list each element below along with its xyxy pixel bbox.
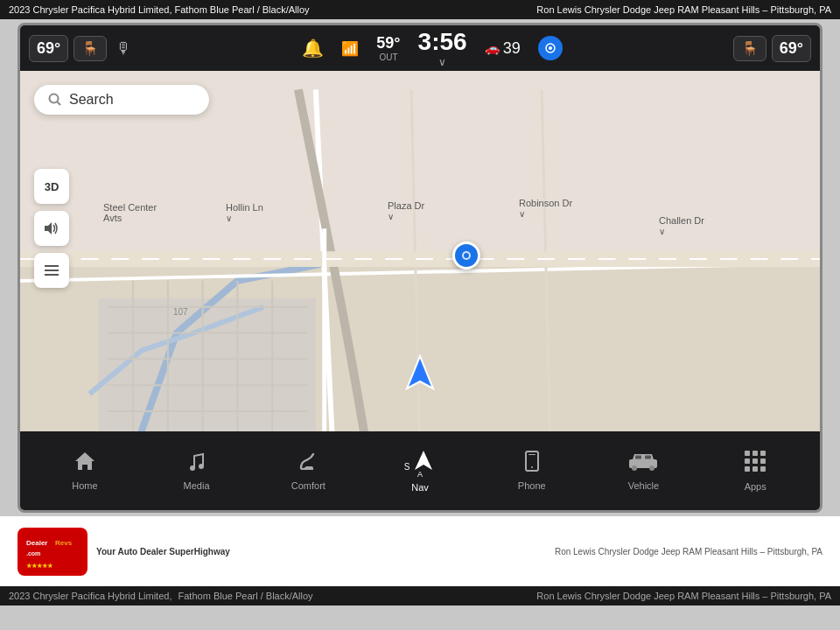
svg-rect-44: [752, 466, 758, 472]
dealer-logo: Dealer Revs .com ★★★★★: [18, 528, 88, 576]
volume-icon: [43, 221, 60, 235]
svg-point-26: [190, 466, 195, 471]
svg-rect-31: [528, 454, 536, 455]
svg-marker-28: [415, 451, 432, 470]
nav-arrow: [398, 352, 442, 399]
home-label: Home: [72, 480, 97, 491]
mic-icon: 🎙: [116, 39, 131, 58]
svg-marker-18: [45, 222, 52, 234]
svg-line-17: [58, 102, 61, 106]
svg-rect-39: [760, 451, 766, 456]
nav-comfort[interactable]: Comfort: [252, 451, 364, 491]
house-icon: [74, 451, 96, 472]
clock: 3:56 ∨: [418, 28, 467, 68]
home-icon: [74, 451, 96, 477]
bottom-left-text: 2023 Chrysler Pacifica Hybrid Limited, F…: [9, 591, 313, 601]
svg-point-27: [199, 464, 204, 469]
3d-button[interactable]: 3D: [34, 169, 69, 204]
svg-rect-40: [745, 458, 750, 464]
road-label-steel: Steel CenterAvts: [103, 202, 157, 223]
seat-comfort-icon: [296, 451, 320, 472]
dealerrevs-logo: Dealer Revs .com ★★★★★: [22, 529, 83, 573]
map-label-1: 107: [173, 307, 188, 317]
svg-rect-37: [745, 451, 750, 456]
vehicle-label: Vehicle: [628, 480, 659, 491]
svg-text:.com: .com: [26, 550, 40, 556]
road-label-robinson: Robinson Dr∨: [519, 198, 572, 219]
alexa-icon: [538, 36, 563, 60]
svg-point-16: [50, 94, 59, 103]
media-label: Media: [184, 480, 210, 491]
road-label-hollin: Hollin Ln∨: [226, 202, 263, 223]
comfort-icon: [296, 451, 320, 477]
phone-icon: [522, 451, 542, 477]
apps-label: Apps: [745, 481, 766, 492]
svg-point-23: [464, 253, 469, 258]
svg-text:Dealer: Dealer: [26, 539, 47, 547]
search-bar[interactable]: Search: [34, 85, 209, 115]
top-left-text: 2023 Chrysler Pacifica Hybrid Limited, F…: [9, 4, 310, 15]
svg-marker-24: [407, 356, 433, 388]
road-label-challen: Challen Dr∨: [659, 215, 704, 236]
car-icon: [627, 451, 659, 472]
notification-bell: 🔔: [302, 38, 324, 59]
seat-icon-right: 🪑: [733, 36, 766, 61]
status-bar: 69° 🪑 🎙 🔔 📶 59° OUT 3:56 ∨ 🚗 39: [20, 25, 820, 71]
map-area: Steel CenterAvts Hollin Ln∨ Plaza Dr∨ Ro…: [20, 71, 820, 473]
svg-point-30: [531, 466, 533, 468]
phone-label: Phone: [518, 480, 546, 491]
nav-arrow-icon: [411, 449, 436, 473]
search-label: Search: [69, 92, 114, 108]
dealer-tagline: Your Auto Dealer SuperHighway: [96, 547, 230, 556]
svg-rect-45: [760, 466, 766, 472]
signal-icon: 📶: [341, 40, 359, 57]
pin-icon: [460, 249, 472, 262]
nav-media[interactable]: Media: [141, 451, 253, 491]
speed-display: 🚗 39: [485, 39, 521, 58]
bottom-right-text: Ron Lewis Chrysler Dodge Jeep RAM Pleasa…: [536, 591, 831, 601]
dealer-section: Dealer Revs .com ★★★★★ Your Auto Dealer …: [0, 516, 840, 586]
status-right: 🪑 69°: [733, 35, 811, 62]
svg-text:★★★★★: ★★★★★: [26, 563, 53, 569]
nav-apps[interactable]: Apps: [699, 450, 811, 492]
dealer-logo-area: Dealer Revs .com ★★★★★ Your Auto Dealer …: [18, 528, 230, 576]
grid-icon: [744, 450, 766, 472]
top-info-bar: 2023 Chrysler Pacifica Hybrid Limited, F…: [0, 0, 840, 19]
road-label-plaza: Plaza Dr∨: [388, 200, 424, 221]
direction-arrow: [398, 352, 442, 396]
bottom-info-bar: 2023 Chrysler Pacifica Hybrid Limited, F…: [0, 586, 840, 606]
top-right-text: Ron Lewis Chrysler Dodge Jeep RAM Pleasa…: [536, 4, 831, 15]
svg-point-34: [649, 466, 654, 471]
nav-label: Nav: [411, 482, 429, 493]
svg-text:Revs: Revs: [55, 539, 73, 547]
bottom-right-dealer: Ron Lewis Chrysler Dodge Jeep RAM Pleasa…: [555, 547, 822, 556]
svg-rect-5: [98, 298, 315, 446]
status-left: 69° 🪑 🎙: [29, 35, 131, 62]
nav-phone[interactable]: Phone: [476, 451, 588, 491]
search-icon: [48, 93, 62, 107]
vehicle-icon: [627, 451, 659, 477]
media-icon: [186, 451, 207, 477]
svg-rect-35: [635, 456, 641, 459]
interior-temp: 69°: [29, 35, 68, 62]
svg-marker-25: [75, 452, 94, 470]
outside-temp: 59° OUT: [376, 34, 400, 62]
svg-rect-36: [645, 456, 651, 459]
music-icon: [186, 451, 207, 472]
dealer-bottom-right: Ron Lewis Chrysler Dodge Jeep RAM Pleasa…: [555, 547, 822, 556]
infotainment-screen: 69° 🪑 🎙 🔔 📶 59° OUT 3:56 ∨ 🚗 39: [18, 23, 822, 513]
nav-vehicle[interactable]: Vehicle: [588, 451, 700, 491]
volume-button[interactable]: [34, 211, 69, 246]
nav-home[interactable]: Home: [29, 451, 141, 491]
svg-rect-43: [745, 466, 750, 472]
svg-point-2: [549, 46, 552, 50]
apps-icon: [744, 450, 766, 478]
map-background: [20, 71, 820, 473]
menu-button[interactable]: [34, 253, 69, 288]
map-controls: 3D: [34, 169, 69, 288]
location-pin: [452, 242, 480, 270]
svg-rect-41: [752, 458, 758, 464]
svg-point-33: [632, 466, 637, 471]
nav-nav[interactable]: S A Nav: [364, 449, 476, 493]
svg-rect-42: [760, 458, 766, 464]
